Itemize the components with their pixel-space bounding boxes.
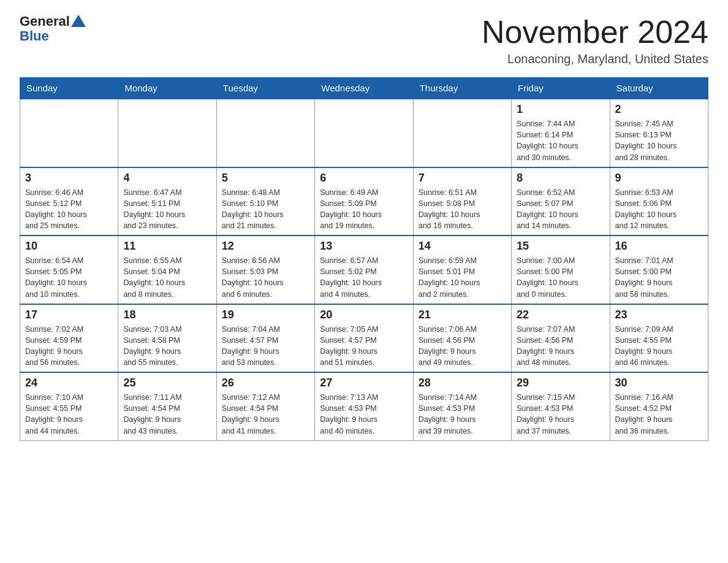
calendar-week-row: 3Sunrise: 6:46 AM Sunset: 5:12 PM Daylig…	[20, 167, 708, 236]
day-info: Sunrise: 7:14 AM Sunset: 4:53 PM Dayligh…	[419, 392, 506, 437]
calendar-cell: 30Sunrise: 7:16 AM Sunset: 4:52 PM Dayli…	[610, 372, 708, 440]
calendar-cell: 17Sunrise: 7:02 AM Sunset: 4:59 PM Dayli…	[20, 304, 118, 373]
calendar-header-monday: Monday	[118, 78, 216, 99]
day-number: 14	[419, 240, 506, 253]
calendar-cell: 4Sunrise: 6:47 AM Sunset: 5:11 PM Daylig…	[118, 167, 216, 236]
calendar-cell: 16Sunrise: 7:01 AM Sunset: 5:00 PM Dayli…	[610, 236, 708, 304]
calendar-cell: 6Sunrise: 6:49 AM Sunset: 5:09 PM Daylig…	[315, 167, 413, 236]
calendar-cell: 27Sunrise: 7:13 AM Sunset: 4:53 PM Dayli…	[315, 372, 413, 440]
day-number: 18	[123, 308, 211, 321]
calendar-cell: 11Sunrise: 6:55 AM Sunset: 5:04 PM Dayli…	[118, 236, 216, 304]
calendar-cell: 13Sunrise: 6:57 AM Sunset: 5:02 PM Dayli…	[315, 236, 413, 304]
calendar-header-row: SundayMondayTuesdayWednesdayThursdayFrid…	[20, 78, 708, 99]
calendar-cell	[216, 99, 314, 167]
calendar-header-thursday: Thursday	[413, 78, 511, 99]
day-info: Sunrise: 7:11 AM Sunset: 4:54 PM Dayligh…	[123, 392, 211, 437]
page-header: General Blue November 2024 Lonaconing, M…	[20, 15, 708, 66]
calendar-cell: 20Sunrise: 7:05 AM Sunset: 4:57 PM Dayli…	[315, 304, 413, 373]
day-number: 10	[25, 240, 113, 253]
day-number: 5	[222, 172, 309, 185]
calendar-week-row: 17Sunrise: 7:02 AM Sunset: 4:59 PM Dayli…	[20, 304, 708, 373]
day-info: Sunrise: 6:46 AM Sunset: 5:12 PM Dayligh…	[25, 187, 113, 232]
calendar-cell: 18Sunrise: 7:03 AM Sunset: 4:58 PM Dayli…	[118, 304, 216, 373]
day-info: Sunrise: 6:55 AM Sunset: 5:04 PM Dayligh…	[123, 255, 211, 300]
day-number: 15	[517, 240, 604, 253]
calendar-header-friday: Friday	[512, 78, 610, 99]
logo-blue-text: Blue	[20, 28, 49, 44]
calendar-header-saturday: Saturday	[610, 78, 708, 99]
day-info: Sunrise: 6:59 AM Sunset: 5:01 PM Dayligh…	[419, 255, 506, 300]
day-number: 21	[419, 308, 506, 321]
day-info: Sunrise: 7:10 AM Sunset: 4:55 PM Dayligh…	[25, 392, 113, 437]
calendar-week-row: 1Sunrise: 7:44 AM Sunset: 6:14 PM Daylig…	[20, 99, 708, 167]
calendar-cell: 12Sunrise: 6:56 AM Sunset: 5:03 PM Dayli…	[216, 236, 314, 304]
day-number: 17	[25, 308, 113, 321]
calendar-cell: 2Sunrise: 7:45 AM Sunset: 6:13 PM Daylig…	[610, 99, 708, 167]
logo-triangle-icon	[71, 15, 86, 27]
day-number: 23	[615, 308, 703, 321]
calendar-cell: 26Sunrise: 7:12 AM Sunset: 4:54 PM Dayli…	[216, 372, 314, 440]
day-number: 4	[123, 172, 211, 185]
day-info: Sunrise: 7:45 AM Sunset: 6:13 PM Dayligh…	[615, 118, 703, 163]
day-info: Sunrise: 7:12 AM Sunset: 4:54 PM Dayligh…	[222, 392, 309, 437]
calendar-cell: 28Sunrise: 7:14 AM Sunset: 4:53 PM Dayli…	[413, 372, 511, 440]
page-subtitle: Lonaconing, Maryland, United States	[482, 52, 708, 66]
calendar-header-wednesday: Wednesday	[315, 78, 413, 99]
calendar-week-row: 24Sunrise: 7:10 AM Sunset: 4:55 PM Dayli…	[20, 372, 708, 440]
calendar-week-row: 10Sunrise: 6:54 AM Sunset: 5:05 PM Dayli…	[20, 236, 708, 304]
calendar-cell: 25Sunrise: 7:11 AM Sunset: 4:54 PM Dayli…	[118, 372, 216, 440]
calendar-cell: 21Sunrise: 7:06 AM Sunset: 4:56 PM Dayli…	[413, 304, 511, 373]
day-number: 11	[123, 240, 211, 253]
calendar-table: SundayMondayTuesdayWednesdayThursdayFrid…	[20, 77, 708, 441]
day-info: Sunrise: 7:16 AM Sunset: 4:52 PM Dayligh…	[615, 392, 703, 437]
day-number: 3	[25, 172, 113, 185]
calendar-header-sunday: Sunday	[20, 78, 118, 99]
calendar-cell: 14Sunrise: 6:59 AM Sunset: 5:01 PM Dayli…	[413, 236, 511, 304]
day-info: Sunrise: 6:49 AM Sunset: 5:09 PM Dayligh…	[320, 187, 408, 232]
day-number: 29	[517, 377, 604, 389]
day-number: 25	[123, 377, 211, 389]
day-info: Sunrise: 6:53 AM Sunset: 5:06 PM Dayligh…	[615, 187, 703, 232]
day-number: 30	[615, 377, 703, 389]
day-number: 27	[320, 377, 408, 389]
day-info: Sunrise: 7:13 AM Sunset: 4:53 PM Dayligh…	[320, 392, 408, 437]
day-number: 12	[222, 240, 309, 253]
day-info: Sunrise: 7:03 AM Sunset: 4:58 PM Dayligh…	[123, 324, 211, 369]
calendar-cell: 5Sunrise: 6:48 AM Sunset: 5:10 PM Daylig…	[216, 167, 314, 236]
day-number: 24	[25, 377, 113, 389]
day-info: Sunrise: 6:48 AM Sunset: 5:10 PM Dayligh…	[222, 187, 309, 232]
day-number: 8	[517, 172, 604, 185]
day-info: Sunrise: 7:00 AM Sunset: 5:00 PM Dayligh…	[517, 255, 604, 300]
logo-general-text: General	[20, 15, 70, 28]
day-number: 19	[222, 308, 309, 321]
day-number: 9	[615, 172, 703, 185]
calendar-cell	[118, 99, 216, 167]
day-info: Sunrise: 7:04 AM Sunset: 4:57 PM Dayligh…	[222, 324, 309, 369]
day-info: Sunrise: 7:09 AM Sunset: 4:55 PM Dayligh…	[615, 324, 703, 369]
day-number: 28	[419, 377, 506, 389]
calendar-cell: 29Sunrise: 7:15 AM Sunset: 4:53 PM Dayli…	[512, 372, 610, 440]
day-number: 1	[517, 103, 604, 116]
calendar-cell: 3Sunrise: 6:46 AM Sunset: 5:12 PM Daylig…	[20, 167, 118, 236]
day-info: Sunrise: 6:52 AM Sunset: 5:07 PM Dayligh…	[517, 187, 604, 232]
day-info: Sunrise: 7:02 AM Sunset: 4:59 PM Dayligh…	[25, 324, 113, 369]
title-area: November 2024 Lonaconing, Maryland, Unit…	[482, 15, 708, 66]
logo: General Blue	[20, 15, 87, 44]
calendar-cell: 7Sunrise: 6:51 AM Sunset: 5:08 PM Daylig…	[413, 167, 511, 236]
day-number: 6	[320, 172, 408, 185]
day-info: Sunrise: 6:51 AM Sunset: 5:08 PM Dayligh…	[419, 187, 506, 232]
calendar-cell: 9Sunrise: 6:53 AM Sunset: 5:06 PM Daylig…	[610, 167, 708, 236]
calendar-cell: 8Sunrise: 6:52 AM Sunset: 5:07 PM Daylig…	[512, 167, 610, 236]
calendar-cell: 15Sunrise: 7:00 AM Sunset: 5:00 PM Dayli…	[512, 236, 610, 304]
calendar-cell: 10Sunrise: 6:54 AM Sunset: 5:05 PM Dayli…	[20, 236, 118, 304]
day-info: Sunrise: 6:47 AM Sunset: 5:11 PM Dayligh…	[123, 187, 211, 232]
day-number: 20	[320, 308, 408, 321]
day-number: 2	[615, 103, 703, 116]
day-info: Sunrise: 7:01 AM Sunset: 5:00 PM Dayligh…	[615, 255, 703, 300]
day-number: 7	[419, 172, 506, 185]
calendar-cell: 1Sunrise: 7:44 AM Sunset: 6:14 PM Daylig…	[512, 99, 610, 167]
calendar-cell: 23Sunrise: 7:09 AM Sunset: 4:55 PM Dayli…	[610, 304, 708, 373]
calendar-cell: 22Sunrise: 7:07 AM Sunset: 4:56 PM Dayli…	[512, 304, 610, 373]
day-number: 22	[517, 308, 604, 321]
day-info: Sunrise: 6:54 AM Sunset: 5:05 PM Dayligh…	[25, 255, 113, 300]
